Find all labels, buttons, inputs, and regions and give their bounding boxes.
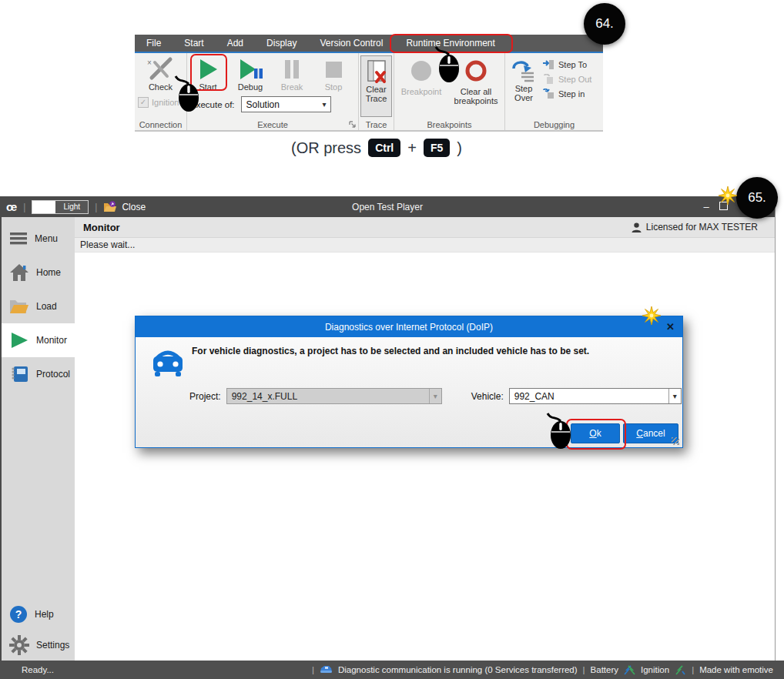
step-over-button[interactable]: Step Over bbox=[505, 58, 542, 102]
project-dropdown-arrow-icon: ▾ bbox=[429, 389, 441, 403]
ignition-status-icon bbox=[675, 665, 686, 675]
clear-trace-button[interactable]: Clear Trace bbox=[360, 55, 392, 117]
tab-file[interactable]: File bbox=[135, 35, 173, 52]
step-out-button[interactable]: Step Out bbox=[542, 74, 591, 85]
execute-dialog-launcher-icon[interactable] bbox=[349, 121, 356, 128]
step-out-label: Step Out bbox=[558, 75, 591, 84]
step-in-label: Step in bbox=[558, 89, 585, 99]
tab-add[interactable]: Add bbox=[216, 35, 255, 52]
shortcut-suffix: ) bbox=[457, 139, 462, 157]
sidebar-item-home[interactable]: Home bbox=[2, 256, 75, 289]
step-over-icon bbox=[511, 58, 537, 84]
stop-square-icon bbox=[320, 56, 347, 82]
theme-toggle-label: Light bbox=[55, 201, 88, 213]
breakpoint-label: Breakpoint bbox=[401, 87, 442, 96]
sidebar-label-monitor: Monitor bbox=[36, 335, 67, 346]
step-in-button[interactable]: Step in bbox=[542, 89, 591, 99]
vehicle-value: 992_CAN bbox=[510, 391, 668, 402]
sidebar-label-home: Home bbox=[36, 267, 61, 278]
vehicle-dropdown[interactable]: 992_CAN ▾ bbox=[509, 388, 682, 404]
doip-dialog-close-icon[interactable]: ✕ bbox=[666, 321, 675, 333]
starburst-icon-dialog bbox=[642, 306, 662, 326]
step-to-icon bbox=[542, 59, 554, 70]
status-separator3: | bbox=[692, 665, 694, 674]
status-car-icon bbox=[320, 665, 333, 674]
sidebar-item-monitor[interactable]: Monitor bbox=[2, 323, 75, 357]
protocol-notebook-icon bbox=[9, 365, 29, 383]
status-separator2: | bbox=[583, 665, 585, 674]
break-pause-icon bbox=[279, 56, 305, 82]
player-sidebar: Menu Home Load Monitor bbox=[0, 217, 75, 661]
group-debugging: Step Over Step To bbox=[505, 53, 603, 130]
dialog-resize-grip[interactable] bbox=[672, 437, 679, 445]
svg-text:×: × bbox=[147, 59, 152, 67]
status-made-with: Made with emotive bbox=[699, 665, 773, 674]
ctrl-key: Ctrl bbox=[368, 139, 400, 157]
cancel-button-label: Cancel bbox=[636, 428, 665, 439]
mouse-cursor-icon-ok bbox=[545, 411, 576, 451]
cancel-button[interactable]: Cancel bbox=[623, 423, 678, 443]
doip-dialog-titlebar: Diagnostics over Internet Protocol (DoIP… bbox=[136, 316, 682, 337]
shortcut-plus: + bbox=[407, 139, 417, 157]
runtime-ribbon: File Start Add Display Version Control R… bbox=[135, 35, 603, 132]
ribbon-menubar: File Start Add Display Version Control R… bbox=[135, 35, 603, 52]
close-folder-icon bbox=[103, 201, 117, 213]
monitor-play-icon bbox=[9, 331, 29, 350]
sidebar-item-help[interactable]: ? Help bbox=[2, 599, 75, 630]
menu-hamburger-icon bbox=[9, 231, 28, 246]
step-badge-64-text: 64. bbox=[595, 16, 614, 32]
break-button[interactable]: Break bbox=[272, 56, 312, 92]
sidebar-item-protocol[interactable]: Protocol bbox=[2, 357, 75, 391]
vehicle-dialog-icon bbox=[151, 347, 185, 380]
please-wait-status: Please wait... bbox=[75, 238, 775, 253]
execute-of-dropdown[interactable]: Solution ▾ bbox=[241, 96, 331, 112]
ignition-checkbox[interactable]: ✓ bbox=[138, 97, 149, 108]
sidebar-item-load[interactable]: Load bbox=[2, 289, 75, 323]
page-header: Monitor Licensed for MAX TESTER bbox=[75, 217, 775, 238]
titlebar-separator: | bbox=[23, 202, 25, 212]
debug-button[interactable]: Debug bbox=[230, 56, 270, 92]
status-ready: Ready... bbox=[0, 665, 312, 674]
ok-button[interactable]: Ok bbox=[571, 423, 620, 443]
mouse-cursor-icon-runtime-tab bbox=[434, 45, 464, 85]
tab-version-control[interactable]: Version Control bbox=[308, 35, 394, 52]
battery-status-icon bbox=[624, 665, 635, 675]
minimize-button[interactable]: – bbox=[698, 201, 715, 212]
project-label: Project: bbox=[189, 391, 221, 402]
sidebar-label-menu: Menu bbox=[35, 233, 58, 244]
tab-start[interactable]: Start bbox=[173, 35, 215, 52]
stop-label: Stop bbox=[325, 82, 343, 92]
svg-text:?: ? bbox=[15, 608, 22, 620]
group-label-debugging: Debugging bbox=[505, 120, 603, 129]
doip-dialog-message: For vehicle diagnostics, a project has t… bbox=[192, 346, 589, 356]
step-to-button[interactable]: Step To bbox=[542, 59, 591, 70]
check-label: Check bbox=[149, 82, 173, 92]
sidebar-label-help: Help bbox=[35, 609, 54, 620]
sidebar-item-settings[interactable]: Settings bbox=[2, 630, 75, 661]
tab-display[interactable]: Display bbox=[255, 35, 308, 52]
clear-trace-icon bbox=[365, 59, 388, 85]
theme-toggle-knob bbox=[32, 201, 55, 213]
step-to-label: Step To bbox=[558, 60, 587, 69]
settings-gear-icon bbox=[9, 635, 29, 655]
group-execute: Start Debug Break bbox=[187, 53, 359, 130]
mouse-cursor-icon-start bbox=[173, 74, 204, 114]
breakpoint-icon bbox=[410, 59, 433, 82]
status-separator1: | bbox=[312, 665, 314, 674]
starburst-icon-maximize bbox=[719, 186, 737, 205]
help-icon: ? bbox=[9, 605, 28, 624]
project-value: 992_14_x.FULL bbox=[227, 391, 429, 402]
clear-trace-label: Clear Trace bbox=[363, 85, 390, 103]
group-label-execute: Execute bbox=[187, 120, 358, 129]
step-badge-65-text: 65. bbox=[748, 190, 766, 206]
step-over-label: Step Over bbox=[511, 84, 537, 102]
keyboard-shortcut-hint: (OR press Ctrl + F5 ) bbox=[291, 139, 462, 157]
close-project-button[interactable]: Close bbox=[103, 201, 146, 213]
sidebar-item-menu[interactable]: Menu bbox=[2, 222, 75, 256]
theme-toggle[interactable]: Light bbox=[32, 200, 89, 214]
doip-dialog: Diagnostics over Internet Protocol (DoIP… bbox=[135, 316, 683, 448]
group-label-connection: Connection bbox=[135, 120, 186, 129]
emotive-logo-icon: œ bbox=[6, 200, 17, 213]
stop-button[interactable]: Stop bbox=[313, 56, 353, 92]
execute-of-value: Solution bbox=[242, 99, 319, 110]
